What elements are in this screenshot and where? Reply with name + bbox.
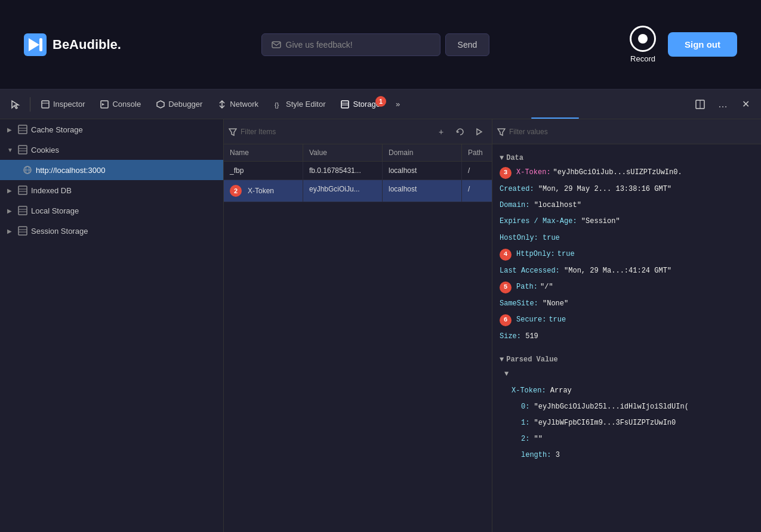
devtools-panel: Inspector Console Debugger Network: [0, 89, 761, 532]
signout-button[interactable]: Sign out: [668, 32, 737, 57]
svg-marker-37: [498, 129, 505, 135]
cache-storage-arrow: ▶: [7, 126, 14, 133]
tab-inspector[interactable]: Inspector: [34, 94, 92, 115]
tab-overflow[interactable]: »: [389, 94, 407, 115]
data-row-secure: 6 Secure: true: [500, 312, 754, 329]
filter-values-placeholder: Filter values: [509, 128, 548, 136]
path-key: Path:: [516, 282, 538, 293]
tree-item-cache-storage[interactable]: ▶ Cache Storage: [0, 119, 223, 140]
play-button[interactable]: [472, 124, 487, 140]
svg-marker-4: [12, 101, 19, 109]
send-button[interactable]: Send: [445, 33, 490, 56]
data-row-domain: Domain: "localhost": [500, 197, 754, 214]
indexed-db-label: Indexed DB: [31, 186, 216, 195]
middle-panel-toolbar: Filter Items +: [224, 119, 492, 144]
tab-network[interactable]: Network: [211, 94, 266, 115]
split-pane-button[interactable]: [689, 94, 711, 115]
parsed-1-val: "eyJlbWFpbCI6Im9...3FsUIZPTzUwIn0: [534, 419, 676, 427]
parsed-xtoken-key: X-Token:: [512, 386, 546, 395]
svg-rect-32: [19, 227, 27, 235]
session-storage-label: Session Storage: [31, 227, 216, 236]
httponly-key: HttpOnly:: [516, 249, 555, 260]
step-badge-3: 3: [500, 167, 512, 179]
tab-style-editor-label: Style Editor: [286, 100, 325, 109]
cell-name-xtoken: 2 X-Token: [224, 180, 303, 202]
table-row[interactable]: _fbp fb.0.16785431... localhost /: [224, 162, 492, 180]
tab-console[interactable]: Console: [93, 94, 148, 115]
session-storage-icon: [18, 226, 27, 236]
local-storage-arrow: ▶: [7, 208, 14, 214]
svg-rect-29: [19, 206, 27, 215]
parsed-value-header[interactable]: ▼ Parsed Value: [500, 351, 754, 366]
hostonly-val: true: [543, 234, 560, 242]
logo-area: BeAudible.: [24, 33, 121, 56]
parsed-0-val: "eyJhbGciOiJub25l...idHlwIjoiSldUIn(: [534, 403, 689, 411]
xtoken-val: "eyJhbGciOiJub...sUIZPTzUwIn0.: [553, 167, 682, 178]
hostonly-key: HostOnly:: [500, 234, 538, 242]
record-area[interactable]: Record: [630, 26, 656, 63]
add-cookie-button[interactable]: +: [433, 124, 449, 140]
filter-values-input[interactable]: Filter values: [509, 128, 756, 136]
parsed-xtoken-type: Array: [550, 386, 572, 395]
parsed-row-1: 1: "eyJlbWFpbCI6Im9...3FsUIZPTzUwIn0: [500, 415, 754, 431]
tree-item-indexed-db[interactable]: ▶ Indexed DB: [0, 180, 223, 200]
close-devtools-button[interactable]: ✕: [735, 94, 756, 115]
toolbar-right: … ✕: [689, 94, 756, 115]
tab-style-editor[interactable]: {} Style Editor: [267, 94, 332, 115]
svg-rect-12: [341, 101, 349, 108]
devtools-body: ▶ Cache Storage ▼ Cookies: [0, 119, 761, 532]
size-val: 519: [525, 332, 538, 341]
cookies-icon: [18, 145, 27, 154]
inspector-icon: [41, 100, 50, 109]
filter-icon: [229, 128, 237, 136]
filter-values-icon: [497, 128, 506, 136]
data-section-arrow: ▼: [500, 154, 504, 162]
play-icon: [475, 128, 483, 136]
tab-debugger-label: Debugger: [168, 100, 202, 109]
svg-text:{}: {}: [275, 101, 279, 109]
parsed-0-key: 0:: [521, 403, 529, 411]
active-tab-indicator: [531, 117, 579, 119]
parsed-2-key: 2:: [521, 435, 529, 443]
filter-items-input[interactable]: Filter Items: [241, 128, 430, 136]
size-key: Size:: [500, 332, 521, 341]
step-badge-6: 6: [500, 314, 512, 326]
logo-text: BeAudible.: [53, 37, 121, 52]
step-badge-4: 4: [500, 249, 512, 261]
col-header-path: Path: [462, 144, 492, 161]
data-row-lastaccessed: Last Accessed: "Mon, 29 Ma...:41:24 GMT": [500, 263, 754, 279]
table-row[interactable]: 2 X-Token eyJhbGciOiJu... localhost /: [224, 180, 492, 202]
data-row-xtoken: 3 X-Token: "eyJhbGciOiJub...sUIZPTzUwIn0…: [500, 165, 754, 181]
parsed-1-key: 1:: [521, 419, 529, 427]
local-storage-icon: [18, 206, 27, 215]
inspect-element-button[interactable]: [5, 94, 26, 115]
data-content: ▼ Data 3 X-Token: "eyJhbGciOiJub...sUIZP…: [492, 144, 761, 532]
data-row-samesite: SameSite: "None": [500, 296, 754, 312]
logo-icon: [24, 33, 47, 56]
svg-marker-8: [102, 103, 104, 106]
data-section-header[interactable]: ▼ Data: [500, 149, 754, 165]
filter-items-placeholder: Filter Items: [241, 128, 276, 136]
tree-item-local-storage[interactable]: ▶ Local Storage: [0, 200, 223, 221]
cell-value-xtoken: eyJhbGciOiJu...: [303, 180, 383, 202]
middle-panel: Filter Items + Name Value: [224, 119, 492, 532]
more-options-button[interactable]: …: [712, 94, 734, 115]
tree-item-session-storage[interactable]: ▶ Session Storage: [0, 221, 223, 241]
tab-debugger[interactable]: Debugger: [149, 94, 209, 115]
session-storage-arrow: ▶: [7, 228, 14, 234]
lastaccessed-val: "Mon, 29 Ma...:41:24 GMT": [564, 267, 671, 275]
cell-domain-xtoken: localhost: [383, 180, 462, 202]
path-val: "/": [540, 282, 553, 293]
parsed-row-arrow: ▼: [500, 366, 754, 382]
tab-console-label: Console: [112, 100, 141, 109]
indexed-db-icon: [18, 185, 27, 195]
parsed-value-arrow: ▼: [500, 355, 504, 364]
globe-icon: [23, 165, 32, 175]
data-row-size: Size: 519: [500, 329, 754, 345]
feedback-input-wrapper[interactable]: Give us feedback!: [261, 33, 440, 56]
record-circle: [630, 26, 656, 52]
refresh-cookies-button[interactable]: [452, 124, 468, 140]
tree-item-localhost[interactable]: http://localhost:3000: [0, 160, 223, 180]
tree-item-cookies[interactable]: ▼ Cookies: [0, 140, 223, 160]
col-header-value: Value: [303, 144, 383, 161]
